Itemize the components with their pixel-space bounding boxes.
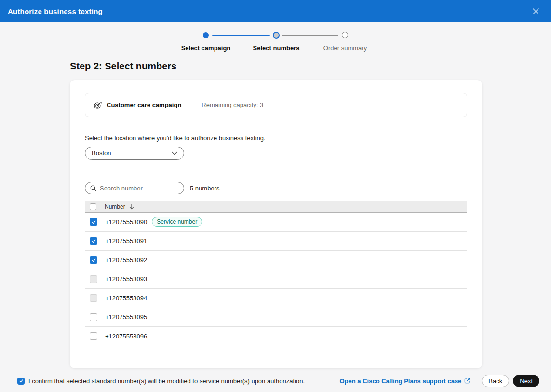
row-checkbox[interactable] [90,237,97,245]
chevron-down-icon [172,151,177,155]
campaign-name: Customer care campaign [107,101,181,108]
row-checkbox[interactable] [90,313,97,321]
step-current-dot [273,32,280,39]
step-upcoming-dot [342,32,348,38]
table-row: +12075553095 [85,308,467,327]
phone-number: +12075553090 [105,218,147,226]
support-case-link-label: Open a Cisco Calling Plans support case [340,378,462,385]
row-checkbox[interactable] [90,256,97,264]
row-checkbox[interactable] [90,275,97,283]
table-row: +12075553096 [85,327,467,346]
phone-number: +12075553095 [105,313,147,321]
phone-number: +12075553096 [105,333,147,340]
modal-header: Authorize business texting [0,0,551,22]
step-done-dot [203,32,209,38]
numbers-count: 5 numbers [190,185,219,192]
campaign-summary-box: Customer care campaign Remaining capacit… [85,93,467,117]
close-icon[interactable] [529,4,542,18]
table-row: +12075553091 [85,232,467,251]
numbers-table: Number +12075553090 Service number +1207… [85,201,467,346]
phone-number: +12075553093 [105,275,147,283]
table-row: +12075553092 [85,251,467,270]
phone-number: +12075553092 [105,257,147,264]
confirm-statement: I confirm that selected standard number(… [28,378,305,385]
stepper-connector [282,35,338,36]
step-label-select-numbers: Select numbers [253,44,300,52]
sort-descending-icon [129,204,134,210]
location-instruction: Select the location where you'd like to … [85,135,467,142]
section-divider [85,175,467,175]
table-row: +12075553093 [85,270,467,289]
footer-bar: I confirm that selected standard number(… [0,374,551,388]
phone-number: +12075553094 [105,295,147,302]
next-button[interactable]: Next [513,375,539,387]
column-header-number[interactable]: Number [105,203,134,210]
search-icon [90,185,96,191]
campaign-icon [94,101,102,109]
confirm-checkbox[interactable] [17,378,25,385]
progress-stepper: Select campaign Select numbers Order sum… [0,22,551,57]
stepper-connector [212,35,270,36]
search-input[interactable] [100,185,185,192]
table-row: +12075553094 [85,289,467,308]
row-checkbox[interactable] [90,294,97,302]
select-all-checkbox[interactable] [90,203,96,210]
back-button[interactable]: Back [482,375,509,387]
row-checkbox[interactable] [90,332,97,340]
column-header-label: Number [105,203,125,210]
search-number-field[interactable] [85,182,184,194]
support-case-link[interactable]: Open a Cisco Calling Plans support case [340,378,470,385]
table-row: +12075553090 Service number [85,213,467,232]
page-title: Step 2: Select numbers [70,61,551,72]
service-number-badge: Service number [152,217,202,227]
remaining-capacity: Remaining capacity: 3 [202,101,263,108]
modal-title: Authorize business texting [8,7,103,15]
select-numbers-card: Customer care campaign Remaining capacit… [70,80,482,368]
external-link-icon [464,378,470,384]
location-dropdown[interactable]: Boston [85,147,184,160]
location-selected-value: Boston [92,149,111,157]
row-checkbox[interactable] [90,218,97,226]
step-label-order-summary: Order summary [323,44,367,52]
table-header-row: Number [85,201,467,213]
step-label-select-campaign: Select campaign [181,44,231,52]
phone-number: +12075553091 [105,237,147,244]
